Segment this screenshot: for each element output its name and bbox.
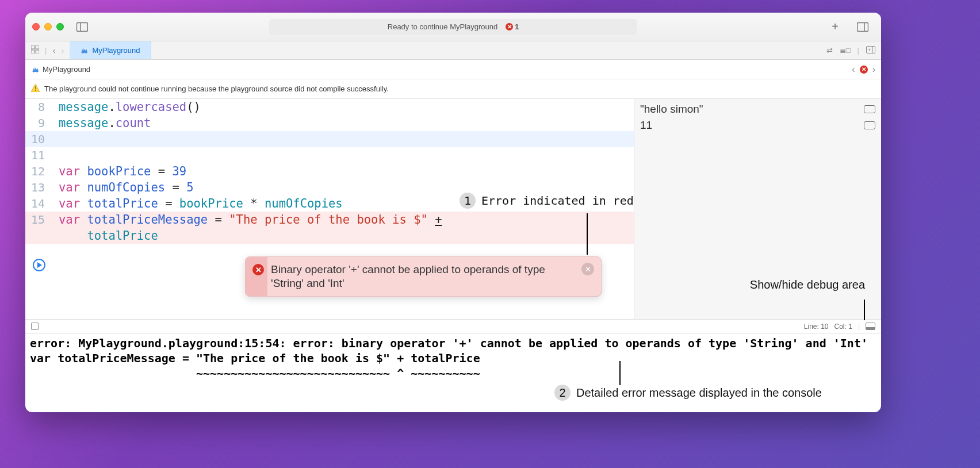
line-content[interactable]: var numOfCopies = 5 (53, 179, 194, 195)
results-sidebar: "hello simon"11 Show/hide debug area (634, 99, 881, 319)
result-value: "hello simon" (640, 103, 864, 116)
error-count-badge[interactable]: ✕ 1 (506, 23, 519, 31)
cursor-line: Line: 10 (804, 323, 829, 331)
annotation-pointer (587, 213, 588, 255)
jump-forward-icon[interactable]: › (872, 64, 875, 75)
tab-myplayground[interactable]: MyPlayground (70, 41, 151, 59)
annotation-pointer (864, 300, 865, 320)
breadcrumb-title[interactable]: MyPlayground (43, 65, 90, 74)
code-line[interactable]: 10 (25, 131, 634, 147)
line-number: 13 (25, 179, 53, 195)
add-editor-icon[interactable]: + (866, 46, 875, 55)
xcode-window: Ready to continue MyPlayground ✕ 1 + | ‹… (25, 13, 881, 412)
svg-rect-4 (31, 45, 35, 49)
minimize-window-button[interactable] (44, 23, 52, 30)
svg-rect-0 (77, 22, 88, 31)
debug-area-toggle-icon[interactable] (866, 323, 875, 330)
tab-label: MyPlayground (92, 46, 140, 55)
warning-bar: ! The playground could not continue runn… (25, 79, 881, 99)
annotation-debug: Show/hide debug area (750, 278, 865, 291)
window-controls (32, 23, 64, 30)
close-window-button[interactable] (32, 23, 40, 30)
editor-status-bar: Line: 10 Col: 1 | (25, 319, 881, 333)
svg-rect-7 (36, 50, 39, 53)
code-line[interactable]: 8message.lowercased() (25, 99, 634, 115)
line-content[interactable]: var totalPriceMessage = "The price of th… (53, 212, 442, 228)
minimap-icon[interactable]: ≣□ (840, 46, 851, 55)
svg-rect-6 (31, 50, 35, 53)
code-line[interactable]: 11 (25, 147, 634, 163)
status-pill: Ready to continue MyPlayground ✕ 1 (269, 19, 637, 35)
svg-rect-2 (858, 22, 868, 31)
quicklook-button[interactable] (864, 105, 875, 113)
breadcrumb-bar: MyPlayground ‹ ✕ › (25, 60, 881, 79)
warning-icon: ! (31, 84, 40, 94)
line-number: 11 (25, 147, 53, 163)
error-icon: ✕ (252, 264, 264, 275)
swift-icon (31, 66, 39, 74)
close-icon[interactable]: ✕ (581, 263, 594, 275)
sidebar-toggle-icon[interactable] (74, 21, 90, 33)
code-line[interactable]: 15var totalPriceMessage = "The price of … (25, 212, 634, 228)
editor-area: 8message.lowercased()9message.count10111… (25, 99, 881, 319)
run-button[interactable] (33, 259, 45, 271)
line-content[interactable]: totalPrice (53, 228, 158, 244)
warning-text: The playground could not continue runnin… (44, 85, 389, 93)
code-line[interactable]: 12var bookPrice = 39 (25, 163, 634, 179)
nav-back-button[interactable]: ‹ (52, 45, 55, 55)
line-content[interactable]: var totalPrice = bookPrice * numOfCopies (53, 195, 343, 212)
nav-forward-button[interactable]: › (61, 45, 64, 55)
cursor-col: Col: 1 (834, 323, 852, 331)
zoom-window-button[interactable] (56, 23, 64, 30)
status-text: Ready to continue MyPlayground (388, 22, 498, 31)
svg-text:!: ! (35, 86, 36, 92)
line-number: 12 (25, 163, 53, 179)
line-number: 15 (25, 212, 53, 228)
refresh-icon[interactable]: ⇄ (826, 46, 833, 55)
annotation-badge: 2 (554, 385, 571, 401)
swift-icon (80, 47, 88, 55)
add-button[interactable]: + (827, 21, 843, 33)
line-number: 8 (25, 99, 53, 115)
line-number: 14 (25, 195, 53, 212)
line-content[interactable]: message.count (53, 115, 151, 131)
line-number: 9 (25, 115, 53, 131)
error-popover: ✕ Binary operator '+' cannot be applied … (245, 256, 602, 297)
result-value: 11 (640, 119, 864, 132)
library-toggle-icon[interactable] (855, 21, 871, 33)
line-number: 10 (25, 131, 53, 147)
annotation-2: 2 Detailed error message displayed in th… (554, 385, 822, 401)
error-icon[interactable]: ✕ (860, 66, 868, 74)
error-icon: ✕ (506, 23, 513, 30)
result-row: "hello simon" (640, 101, 875, 117)
annotation-1: 1 Error indicated in red (460, 193, 634, 209)
titlebar: Ready to continue MyPlayground ✕ 1 + (25, 13, 881, 41)
jump-back-icon[interactable]: ‹ (852, 64, 855, 75)
line-content[interactable]: message.lowercased() (53, 99, 201, 115)
line-content[interactable]: var bookPrice = 39 (53, 163, 186, 179)
result-row: 11 (640, 117, 875, 133)
annotation-badge: 1 (460, 193, 476, 209)
error-popover-text: Binary operator '+' cannot be applied to… (271, 263, 575, 290)
quicklook-button[interactable] (864, 121, 875, 129)
breakpoint-toggle[interactable] (31, 323, 39, 330)
grid-icon[interactable] (31, 45, 39, 55)
code-line[interactable]: 9message.count (25, 115, 634, 131)
svg-text:+: + (868, 47, 871, 52)
svg-rect-5 (36, 45, 39, 49)
code-line[interactable]: totalPrice (25, 228, 634, 244)
annotation-pointer (619, 361, 621, 385)
code-editor[interactable]: 8message.lowercased()9message.count10111… (25, 99, 634, 319)
tab-bar: | ‹ › MyPlayground ⇄ ≣□ | + (25, 41, 881, 60)
